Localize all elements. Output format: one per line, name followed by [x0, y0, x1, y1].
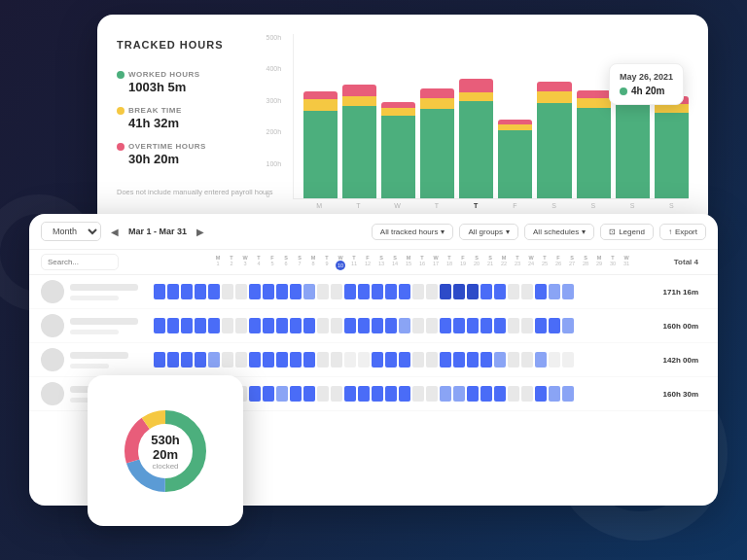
donut-center: 530h 20m clocked — [141, 432, 190, 470]
prev-button[interactable]: ◀ — [107, 225, 123, 239]
bar-7 — [537, 82, 571, 198]
total-header: Total 4 — [662, 258, 706, 266]
filter-groups[interactable]: All groups ▾ — [459, 224, 518, 240]
employee-info-3 — [70, 352, 148, 368]
overtime-dot — [117, 143, 124, 151]
employee-info-1 — [70, 284, 148, 300]
donut-chart: 530h 20m clocked — [117, 402, 214, 500]
row-total-2: 160h 00m — [662, 322, 706, 331]
bar-10 — [655, 96, 689, 198]
bar-3 — [381, 102, 415, 198]
day-cells-1 — [154, 284, 657, 299]
name-placeholder-3 — [70, 352, 128, 359]
timesheet-header: Month ◀ Mar 1 - Mar 31 ▶ All tracked hou… — [29, 214, 718, 250]
role-placeholder-1 — [70, 296, 119, 300]
avatar-1 — [41, 280, 64, 303]
bars-container: 500h 400h 300h 200h 100h 0 — [293, 34, 689, 199]
bar-8 — [577, 90, 611, 198]
avatar-4 — [41, 382, 64, 405]
donut-value: 530h 20m — [141, 432, 190, 461]
filter-schedules[interactable]: All schedules ▾ — [524, 224, 594, 240]
tooltip-dot — [620, 88, 627, 95]
export-button[interactable]: ↑ Export — [659, 224, 706, 240]
filter-group: All tracked hours ▾ All groups ▾ All sch… — [372, 224, 706, 240]
employee-row-3: 142h 00m — [29, 343, 718, 377]
x-axis-labels: M T W T T F S S S S — [293, 202, 689, 209]
bar-2 — [342, 85, 376, 198]
tracked-hours-card: TRACKED HOURS WORKED HOURS 1003h 5m BREA… — [97, 15, 708, 228]
y-axis-labels: 500h 400h 300h 200h 100h 0 — [267, 34, 282, 198]
employee-row-1: 171h 16m — [29, 275, 718, 309]
legend-break-time: BREAK TIME 41h 32m — [117, 106, 273, 130]
break-time-dot — [117, 107, 124, 115]
donut-label: clocked — [141, 461, 190, 470]
chart-tooltip: May 26, 2021 4h 20m — [609, 63, 684, 105]
row-total-4: 160h 30m — [662, 390, 706, 399]
filter-tracked-hours[interactable]: All tracked hours ▾ — [372, 224, 454, 240]
chart-title: TRACKED HOURS — [117, 39, 273, 51]
chart-legend: TRACKED HOURS WORKED HOURS 1003h 5m BREA… — [117, 34, 273, 209]
day-cells-2 — [154, 318, 657, 333]
legend-button[interactable]: ⊡ Legend — [600, 224, 654, 240]
avatar-3 — [41, 348, 64, 371]
employee-info-2 — [70, 318, 148, 334]
tooltip-value: 4h 20m — [620, 86, 673, 96]
nav-group: Month ◀ Mar 1 - Mar 31 ▶ — [41, 222, 208, 241]
day-cells-3 — [154, 352, 657, 368]
worked-hours-dot — [117, 71, 124, 79]
search-input[interactable] — [41, 254, 119, 270]
period-selector[interactable]: Month — [41, 222, 101, 241]
legend-note: Does not include manually entered payrol… — [117, 188, 273, 198]
break-time-value: 41h 32m — [128, 116, 273, 130]
legend-worked-hours: WORKED HOURS 1003h 5m — [117, 70, 273, 94]
bar-1 — [303, 91, 338, 198]
name-placeholder-2 — [70, 318, 138, 325]
name-placeholder-1 — [70, 284, 138, 291]
date-range: Mar 1 - Mar 31 — [128, 227, 187, 236]
row-total-3: 142h 00m — [662, 356, 706, 365]
bar-6 — [498, 120, 532, 198]
bar-4 — [420, 88, 454, 198]
overtime-value: 30h 20m — [128, 152, 273, 166]
avatar-2 — [41, 314, 64, 337]
bar-chart-area: 500h 400h 300h 200h 100h 0 — [293, 34, 689, 209]
donut-card: 530h 20m clocked — [88, 375, 243, 526]
row-total-1: 171h 16m — [662, 288, 706, 297]
employee-row-2: 160h 00m — [29, 309, 718, 343]
next-button[interactable]: ▶ — [193, 225, 208, 239]
role-placeholder-3 — [70, 364, 109, 368]
bar-5 — [459, 79, 493, 198]
tooltip-date: May 26, 2021 — [620, 72, 673, 82]
legend-overtime: OVERTIME HOURS 30h 20m — [117, 142, 273, 166]
role-placeholder-2 — [70, 330, 119, 334]
days-grid-header: M1 T2 W3 T4 F5 S6 S7 M8 T9 W10 T11 F12 S… — [212, 255, 658, 270]
timesheet-subheader: M1 T2 W3 T4 F5 S6 S7 M8 T9 W10 T11 F12 S… — [29, 250, 718, 275]
worked-hours-value: 1003h 5m — [128, 80, 273, 94]
